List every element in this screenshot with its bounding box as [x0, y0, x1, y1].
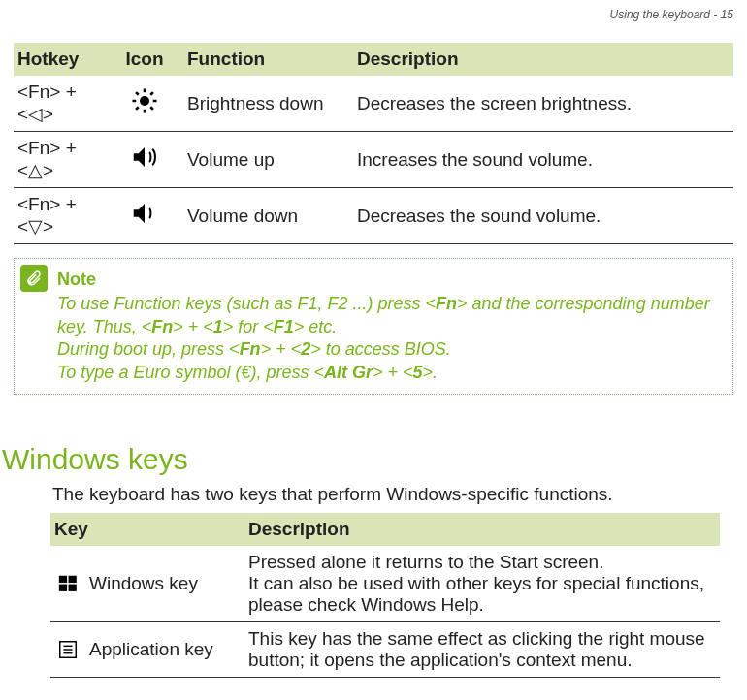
hotkey-suffix: <◁>: [17, 104, 53, 124]
note-key: 1: [213, 317, 223, 336]
svg-line-7: [136, 107, 139, 110]
header-hotkey: Hotkey: [14, 43, 106, 76]
hotkey-suffix: <△>: [17, 160, 53, 180]
table-row: Windows key Pressed alone it returns to …: [50, 546, 720, 622]
hotkey-cell: <Fn> + <◁>: [14, 76, 106, 132]
svg-line-8: [150, 92, 153, 95]
hotkey-table: Hotkey Icon Function Description <Fn> + …: [14, 43, 733, 244]
windows-keys-table: Key Description Windows key Pressed alon…: [50, 513, 720, 678]
note-text: > etc.: [294, 317, 338, 336]
note-key: Alt Gr: [324, 363, 373, 382]
section-heading-windows-keys: Windows keys: [0, 443, 747, 476]
description-cell: Decreases the screen brightness.: [353, 76, 733, 132]
key-label: Windows key: [89, 573, 198, 594]
hotkey-cell: <Fn> + <△>: [14, 132, 106, 188]
section-intro: The keyboard has two keys that perform W…: [52, 484, 747, 505]
windows-logo-icon: [54, 573, 81, 594]
volume-down-icon: [130, 211, 159, 232]
note-key: F1: [274, 317, 294, 336]
key-label: Application key: [89, 639, 213, 660]
note-key: Fn: [240, 339, 261, 359]
note-text: To use Function keys (such as F1, F2 ...…: [57, 294, 436, 313]
key-cell: Application key: [50, 621, 244, 677]
note-text: > + <: [173, 317, 213, 336]
table-row: <Fn> + <△> Volume up Increases the sound…: [14, 132, 733, 188]
table-row: Application key This key has the same ef…: [50, 621, 720, 677]
svg-line-5: [136, 92, 139, 95]
hotkey-cell: <Fn> + <▽>: [14, 188, 106, 244]
note-key: Fn: [436, 294, 457, 313]
hotkey-prefix: <Fn> +: [17, 138, 77, 158]
note-box: Note To use Function keys (such as F1, F…: [14, 258, 733, 395]
paperclip-icon: [20, 265, 48, 292]
note-text: > + <: [373, 363, 413, 382]
note-line-2: During boot up, press <Fn> + <2> to acce…: [57, 338, 721, 361]
hotkey-suffix: <▽>: [17, 216, 53, 237]
function-cell: Volume up: [183, 132, 353, 188]
description-cell: Decreases the sound volume.: [353, 188, 733, 244]
application-key-icon: [54, 639, 81, 660]
brightness-icon: [130, 99, 159, 119]
note-text: > to access BIOS.: [310, 339, 451, 359]
note-key: 5: [413, 363, 423, 382]
note-text: > for <: [223, 317, 274, 336]
table-row: <Fn> + <◁> Brightness down Decreases the…: [14, 76, 733, 132]
hotkey-prefix: <Fn> +: [17, 194, 77, 214]
icon-cell: [106, 188, 183, 244]
hotkey-table-header-row: Hotkey Icon Function Description: [14, 43, 733, 76]
note-line-1: To use Function keys (such as F1, F2 ...…: [57, 293, 721, 338]
note-text: > + <: [261, 339, 302, 359]
page-content: Hotkey Icon Function Description <Fn> + …: [0, 43, 747, 431]
header-key: Key: [50, 513, 244, 546]
key-cell: Windows key: [50, 546, 244, 622]
header-description: Description: [244, 513, 720, 546]
header-function: Function: [183, 43, 353, 76]
note-text: To type a Euro symbol (€), press <: [57, 363, 324, 382]
note-text: >.: [423, 363, 438, 382]
page-header: Using the keyboard - 15: [0, 0, 747, 43]
svg-rect-10: [69, 576, 77, 583]
icon-cell: [106, 76, 183, 132]
description-cell: Pressed alone it returns to the Start sc…: [244, 546, 720, 622]
svg-rect-9: [59, 576, 67, 583]
svg-line-6: [150, 107, 153, 110]
note-key: 2: [301, 339, 310, 359]
description-cell: Increases the sound volume.: [353, 132, 733, 188]
winkeys-header-row: Key Description: [50, 513, 720, 546]
note-line-3: To type a Euro symbol (€), press <Alt Gr…: [57, 362, 721, 384]
svg-rect-12: [69, 585, 77, 591]
icon-cell: [106, 132, 183, 188]
note-text: During boot up, press <: [57, 339, 240, 359]
svg-rect-11: [59, 585, 67, 591]
header-description: Description: [353, 43, 733, 76]
description-cell: This key has the same effect as clicking…: [244, 621, 720, 677]
function-cell: Volume down: [183, 188, 353, 244]
table-row: <Fn> + <▽> Volume down Decreases the sou…: [14, 188, 733, 244]
hotkey-prefix: <Fn> +: [17, 81, 77, 102]
volume-up-icon: [130, 155, 159, 175]
svg-point-0: [140, 96, 149, 106]
header-icon: Icon: [106, 43, 183, 76]
note-key: Fn: [151, 317, 173, 336]
note-title: Note: [57, 269, 721, 291]
function-cell: Brightness down: [183, 76, 353, 132]
